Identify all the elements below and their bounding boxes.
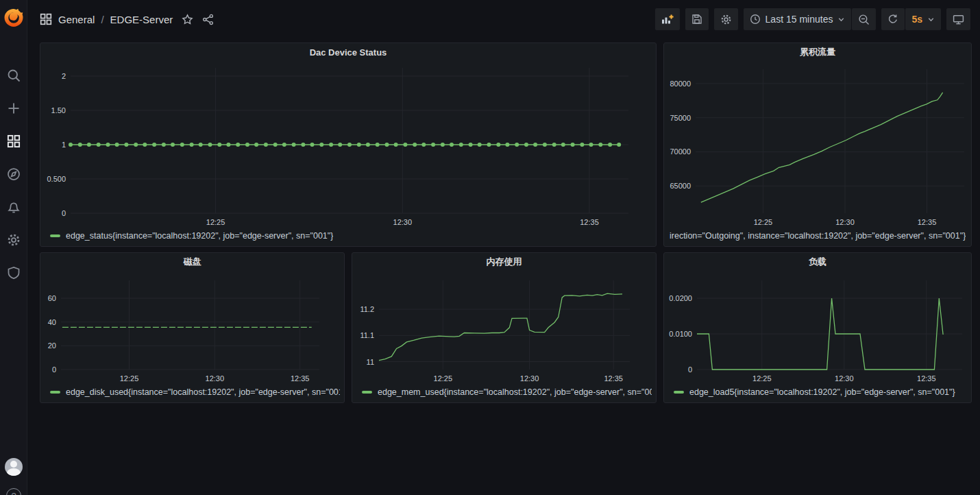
breadcrumb-dashboard-title[interactable]: EDGE-Server	[110, 14, 173, 25]
main-area: General / EDGE-Server Las	[27, 0, 980, 495]
sidebar-item-dashboards[interactable]	[0, 125, 27, 158]
refresh-interval-button[interactable]: 5s	[905, 8, 941, 30]
dashboards-grid-icon	[7, 134, 21, 148]
svg-text:12:35: 12:35	[291, 374, 310, 383]
svg-text:75000: 75000	[670, 114, 691, 122]
svg-text:20: 20	[48, 341, 56, 350]
legend-item[interactable]: edge_mem_used{instance="localhost:19202"…	[352, 386, 656, 402]
help-icon[interactable]: ?	[6, 488, 21, 495]
sidebar-item-configuration[interactable]	[0, 224, 27, 256]
svg-text:12:35: 12:35	[917, 374, 936, 383]
svg-text:12:25: 12:25	[434, 374, 453, 383]
svg-text:12:25: 12:25	[120, 374, 139, 383]
svg-text:12:25: 12:25	[754, 218, 773, 226]
panel-title[interactable]: 内存使用	[352, 253, 656, 271]
monitor-icon	[953, 14, 964, 25]
dashboard-row-1: Dac Device Status 12:2512:3012:3521.5010…	[40, 43, 972, 247]
avatar-head	[10, 461, 17, 468]
sidebar: ?	[0, 0, 27, 495]
user-avatar[interactable]	[5, 458, 23, 476]
zoom-out-icon	[858, 14, 870, 25]
svg-text:0.500: 0.500	[47, 175, 66, 183]
favorite-star-icon[interactable]	[182, 14, 193, 25]
svg-text:40: 40	[48, 318, 56, 326]
panel-dac-device-status: Dac Device Status 12:2512:3012:3521.5010…	[40, 43, 657, 247]
legend-color-swatch	[362, 391, 372, 394]
time-series-chart[interactable]: 12:2512:3012:3511.211.111	[352, 271, 656, 386]
svg-text:12:25: 12:25	[206, 218, 225, 226]
breadcrumb: General / EDGE-Server	[40, 13, 214, 25]
time-series-chart[interactable]: 12:2512:3012:350.02000.01000	[664, 271, 971, 386]
panel-title[interactable]: Dac Device Status	[40, 43, 656, 61]
refresh-button[interactable]	[881, 8, 905, 30]
legend-color-swatch	[50, 391, 60, 394]
breadcrumb-separator: /	[101, 14, 103, 25]
sidebar-item-explore[interactable]	[0, 158, 27, 191]
legend-label: edge_disk_used{instance="localhost:19202…	[66, 387, 340, 397]
sidebar-nav	[0, 59, 27, 289]
dashboard-row-2: 磁盘 12:2512:3012:356040200 edge_disk_used…	[40, 252, 972, 403]
refresh-icon	[887, 14, 898, 25]
time-series-chart[interactable]: 12:2512:3012:356040200	[40, 271, 344, 386]
time-series-chart[interactable]: 12:2512:3012:3521.5010.5000	[40, 61, 656, 230]
time-range-button[interactable]: Last 15 minutes	[744, 8, 852, 30]
sidebar-item-create[interactable]	[0, 92, 27, 125]
legend-label: irection="Outgoing", instance="localhost…	[670, 231, 966, 241]
dashboard-grid-icon	[40, 13, 52, 25]
panel-title[interactable]: 累积流量	[664, 43, 971, 61]
save-dashboard-button[interactable]	[685, 8, 709, 30]
chevron-down-icon	[837, 16, 845, 23]
svg-text:12:30: 12:30	[206, 374, 225, 383]
panel-title[interactable]: 磁盘	[40, 253, 344, 271]
svg-text:70000: 70000	[670, 147, 691, 156]
avatar-body	[7, 468, 21, 476]
legend-item[interactable]: irection="Outgoing", instance="localhost…	[664, 230, 971, 246]
save-icon	[691, 14, 702, 25]
grafana-logo[interactable]	[0, 0, 27, 36]
dashboard-settings-button[interactable]	[714, 8, 738, 30]
legend-label: edge_status{instance="localhost:19202", …	[66, 231, 333, 241]
legend-label: edge_mem_used{instance="localhost:19202"…	[378, 387, 652, 397]
zoom-out-time-button[interactable]	[852, 8, 876, 30]
panel-disk: 磁盘 12:2512:3012:356040200 edge_disk_used…	[40, 252, 345, 403]
svg-text:12:30: 12:30	[393, 218, 413, 226]
svg-text:0: 0	[52, 365, 56, 374]
panel-memory-usage: 内存使用 12:2512:3012:3511.211.111 edge_mem_…	[352, 252, 657, 403]
sidebar-bottom: ?	[0, 458, 27, 495]
sidebar-item-alerting[interactable]	[0, 191, 27, 224]
legend-item[interactable]: edge_disk_used{instance="localhost:19202…	[40, 386, 344, 402]
time-picker-group: Last 15 minutes	[744, 8, 877, 30]
breadcrumb-section[interactable]: General	[58, 14, 95, 25]
refresh-interval-label: 5s	[911, 14, 922, 25]
svg-text:0.0100: 0.0100	[669, 330, 692, 338]
svg-text:1.50: 1.50	[51, 106, 66, 114]
legend-item[interactable]: edge_status{instance="localhost:19202", …	[40, 230, 656, 246]
gear-icon	[7, 233, 21, 247]
legend-color-swatch	[674, 391, 684, 394]
bell-icon	[7, 200, 21, 214]
svg-text:12:35: 12:35	[604, 374, 623, 383]
svg-text:12:35: 12:35	[918, 218, 937, 226]
chevron-down-icon	[927, 16, 935, 23]
sidebar-item-search[interactable]	[0, 59, 27, 92]
compass-icon	[7, 167, 21, 181]
share-icon[interactable]	[202, 14, 214, 25]
sidebar-item-server-admin[interactable]	[0, 256, 27, 289]
svg-text:12:25: 12:25	[752, 374, 772, 383]
grafana-logo-icon	[3, 8, 24, 28]
svg-text:12:30: 12:30	[520, 374, 539, 383]
svg-text:0.0200: 0.0200	[669, 294, 692, 302]
panel-title[interactable]: 负载	[664, 253, 971, 271]
svg-text:2: 2	[62, 72, 66, 80]
refresh-group: 5s	[881, 8, 941, 30]
add-panel-icon	[661, 14, 674, 25]
cycle-view-mode-button[interactable]	[946, 8, 970, 30]
svg-text:11: 11	[367, 358, 374, 366]
svg-text:11.2: 11.2	[360, 305, 374, 313]
add-panel-button[interactable]	[655, 8, 680, 30]
time-series-chart[interactable]: 12:2512:3012:3580000750007000065000	[664, 61, 971, 230]
svg-text:12:30: 12:30	[835, 374, 854, 383]
legend-item[interactable]: edge_load5{instance="localhost:19202", j…	[664, 386, 971, 402]
clock-icon	[750, 14, 761, 25]
svg-text:60: 60	[48, 294, 56, 302]
